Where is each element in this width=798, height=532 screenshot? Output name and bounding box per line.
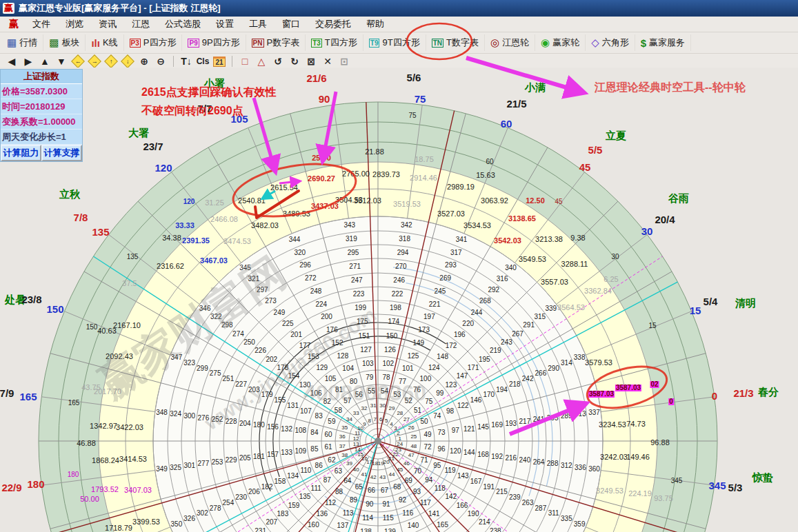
- svg-text:24: 24: [397, 441, 403, 447]
- present-icon[interactable]: ⊡: [337, 55, 352, 68]
- svg-text:288: 288: [547, 460, 559, 467]
- svg-text:275: 275: [210, 369, 221, 377]
- svg-text:97: 97: [452, 427, 460, 434]
- svg-text:119: 119: [445, 467, 456, 474]
- rotate-ccw-icon[interactable]: ↺: [270, 55, 286, 68]
- svg-text:113: 113: [343, 509, 354, 517]
- pan-right-icon[interactable]: →: [87, 55, 102, 68]
- calc-resistance-button[interactable]: 计算阻力: [1, 145, 41, 161]
- svg-text:190: 190: [468, 510, 479, 518]
- svg-text:287: 287: [535, 504, 547, 512]
- wheel-outer-label: 15: [690, 305, 701, 316]
- toolbar-button-P四方形[interactable]: P3P四方形: [124, 34, 183, 51]
- menu-item-江恩[interactable]: 江恩: [124, 18, 157, 30]
- pan-left-icon[interactable]: ←: [70, 55, 86, 68]
- toolbar-button-T四方形[interactable]: T3T四方形: [306, 34, 363, 51]
- svg-text:135: 135: [299, 493, 311, 500]
- menu-item-文件[interactable]: 文件: [25, 18, 58, 30]
- center-icon[interactable]: ✕: [320, 55, 335, 68]
- menu-item-公式选股[interactable]: 公式选股: [157, 18, 208, 30]
- maximize-icon[interactable]: ⊠: [303, 55, 319, 68]
- svg-text:301: 301: [183, 462, 195, 469]
- svg-text:245: 245: [435, 287, 446, 295]
- toolbar-button-板块[interactable]: ▩板块: [43, 34, 86, 51]
- nav-down-icon[interactable]: ▼: [54, 55, 69, 68]
- svg-text:48: 48: [410, 443, 417, 449]
- toolbar-button-T数字表[interactable]: TNT数字表: [426, 34, 485, 51]
- svg-text:74: 74: [433, 412, 441, 420]
- svg-text:139: 139: [384, 528, 396, 532]
- svg-text:314: 314: [561, 359, 572, 367]
- nav-prev-icon[interactable]: ◀: [4, 55, 19, 68]
- svg-text:324: 324: [170, 410, 181, 418]
- toolbar-button-9T四方形[interactable]: T99T四方形: [363, 34, 426, 51]
- svg-text:145: 145: [477, 423, 489, 431]
- toolbar-button-赢家轮[interactable]: ◉赢家轮: [535, 34, 586, 51]
- toolbar-label: 江恩轮: [502, 37, 529, 49]
- menu-item-工具[interactable]: 工具: [241, 18, 275, 30]
- menu-item-交易委托[interactable]: 交易委托: [308, 18, 359, 30]
- wheel-outer-label: 7/9: [0, 388, 14, 398]
- rect-tool-icon[interactable]: □: [237, 55, 252, 68]
- svg-text:8: 8: [368, 418, 372, 424]
- menu-item-窗口[interactable]: 窗口: [275, 18, 308, 30]
- svg-text:195: 195: [479, 356, 490, 363]
- window-title: 赢家江恩专业版[赢家服务平台] - [上证指数 江恩轮]: [19, 2, 220, 14]
- svg-text:157: 157: [267, 451, 279, 458]
- svg-text:111: 111: [311, 484, 322, 492]
- nav-up-icon[interactable]: ▲: [37, 55, 52, 68]
- toolbar-button-江恩轮[interactable]: ◎江恩轮: [485, 34, 535, 51]
- toolbar-label: 9P四方形: [202, 37, 240, 49]
- rotate-cw-icon[interactable]: ↻: [287, 55, 302, 68]
- svg-text:138: 138: [360, 528, 372, 532]
- menu-item-设置[interactable]: 设置: [208, 18, 241, 30]
- toolbar-button-K线[interactable]: ılıK线: [86, 34, 123, 51]
- svg-text:63: 63: [335, 467, 343, 475]
- wheel-value-label: 3527.03: [437, 210, 465, 218]
- toolbar-label: 赢家轮: [552, 37, 579, 49]
- menu-item-资讯[interactable]: 资讯: [91, 18, 124, 30]
- triangle-tool-icon[interactable]: △: [254, 55, 269, 68]
- toolbar-button-9P四方形[interactable]: P99P四方形: [182, 34, 246, 51]
- svg-text:5: 5: [385, 418, 388, 424]
- svg-text:7: 7: [374, 416, 377, 422]
- zoom-out-icon[interactable]: ⊖: [153, 55, 168, 68]
- toolbar-button-六角形[interactable]: ◇六角形: [586, 34, 635, 51]
- pan-down-icon[interactable]: ↓: [120, 55, 135, 68]
- wheel-outer-label: 21/6: [306, 73, 326, 83]
- svg-text:26: 26: [408, 424, 415, 431]
- svg-text:149: 149: [413, 339, 425, 347]
- wheel-value-label: 2615.54: [270, 184, 298, 192]
- wheel-outer-label: 120: [154, 163, 172, 173]
- wheel-outer-label: 150: [46, 304, 63, 314]
- svg-text:58: 58: [335, 407, 343, 414]
- title-bar: 赢 赢家江恩专业版[赢家服务平台] - [上证指数 江恩轮]: [0, 0, 798, 17]
- menu-item-浏览[interactable]: 浏览: [58, 18, 91, 30]
- cls-button[interactable]: Cls: [195, 55, 210, 68]
- svg-text:224: 224: [315, 300, 327, 308]
- svg-text:293: 293: [445, 261, 457, 269]
- svg-text:317: 317: [450, 249, 462, 256]
- svg-text:110: 110: [300, 467, 311, 474]
- toolbar-button-赢家服务[interactable]: $赢家服务: [635, 34, 691, 51]
- nav-next-icon[interactable]: ▶: [21, 55, 36, 68]
- svg-text:316: 316: [497, 275, 508, 283]
- calc-support-button[interactable]: 计算支撑: [41, 145, 82, 161]
- menu-bar: 赢 文件浏览资讯江恩公式选股设置工具窗口交易委托帮助: [0, 17, 798, 32]
- pan-up-icon[interactable]: ↑: [103, 55, 119, 68]
- svg-text:116: 116: [402, 509, 413, 517]
- wheel-outer-label: 23/8: [21, 294, 41, 305]
- toolbar-button-P数字表[interactable]: PNP数字表: [246, 34, 306, 51]
- toolbar-button-行情[interactable]: ▦行情: [1, 34, 43, 51]
- wheel-value-label: 3482.03: [251, 222, 279, 229]
- zoom-in-icon[interactable]: ⊕: [137, 55, 152, 68]
- svg-text:225: 225: [282, 320, 294, 327]
- svg-text:169: 169: [491, 421, 503, 429]
- calendar-icon[interactable]: 21: [212, 55, 227, 68]
- menu-item-帮助[interactable]: 帮助: [359, 18, 392, 30]
- app-logo-icon: 赢: [3, 3, 14, 14]
- toolbar-label: 赢家服务: [649, 37, 685, 49]
- price-axis-icon[interactable]: T↓: [179, 55, 194, 68]
- wheel-value-label: 33.33: [175, 222, 194, 229]
- wheel-outer-label: 135: [92, 227, 109, 237]
